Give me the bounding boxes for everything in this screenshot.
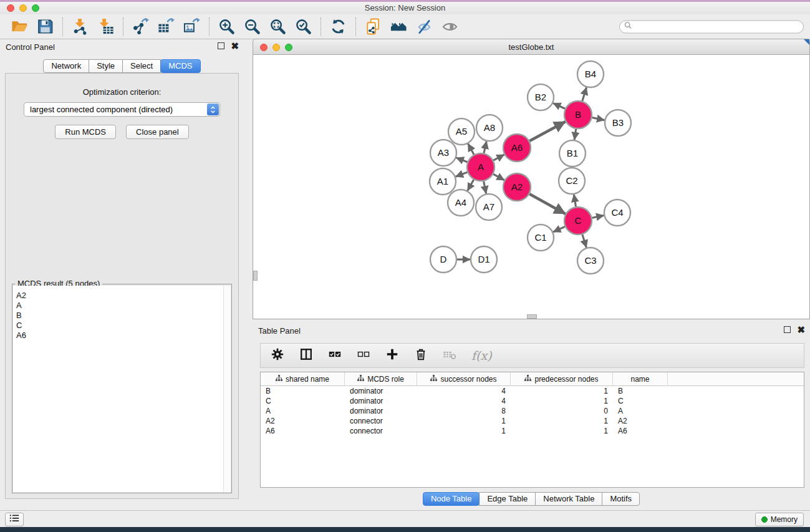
table-cell-name[interactable]: B: [613, 386, 668, 396]
table-cell-successor-nodes[interactable]: 1: [417, 426, 511, 436]
create-column-button[interactable]: [385, 347, 399, 364]
close-panel-icon[interactable]: ✖: [231, 42, 239, 49]
graph-edge-B-B1[interactable]: [574, 129, 576, 140]
duplicate-network-button[interactable]: [363, 16, 383, 37]
tab-style[interactable]: Style: [89, 59, 123, 73]
column-header-shared-name[interactable]: shared name: [261, 372, 345, 385]
table-cell-successor-nodes[interactable]: 1: [417, 416, 511, 426]
table-cell-shared-name[interactable]: C: [261, 396, 345, 406]
graph-edge-B-B2[interactable]: [553, 103, 565, 109]
search-box[interactable]: [619, 20, 804, 33]
result-list-item[interactable]: A2: [16, 291, 231, 301]
graph-edge-A6-B[interactable]: [529, 122, 566, 141]
table-cell-successor-nodes[interactable]: 4: [417, 386, 511, 396]
column-header-predecessor-nodes[interactable]: predecessor nodes: [511, 372, 613, 385]
graph-edge-C-C1[interactable]: [553, 226, 565, 232]
run-mcds-button[interactable]: Run MCDS: [55, 125, 116, 139]
result-list-item[interactable]: A: [16, 301, 231, 311]
graph-edge-B-B4[interactable]: [582, 87, 587, 101]
graph-edge-A-A6[interactable]: [493, 155, 504, 160]
float-table-panel-icon[interactable]: [784, 326, 791, 333]
table-cell-mcds-role[interactable]: connector: [345, 416, 417, 426]
select-all-columns-button[interactable]: [328, 347, 342, 364]
table-cell-mcds-role[interactable]: connector: [345, 426, 417, 436]
table-row-A2[interactable]: A2connector11A2: [261, 416, 804, 426]
export-image-button[interactable]: [181, 16, 202, 37]
table-row-A6[interactable]: A6connector11A6: [261, 426, 804, 436]
table-cell-name[interactable]: C: [613, 396, 668, 406]
table-cell-predecessor-nodes[interactable]: 1: [511, 416, 613, 426]
network-zoom-button[interactable]: [285, 44, 292, 51]
result-scrollbar[interactable]: [223, 286, 231, 492]
table-settings-button[interactable]: [271, 347, 284, 364]
zoom-selected-button[interactable]: [293, 16, 314, 37]
tab-select[interactable]: Select: [122, 59, 161, 73]
import-table-button[interactable]: [95, 16, 116, 37]
network-canvas[interactable]: B4B2BB3A5A8A6B1A3AA1C2A2A4A7C4CC1C3DD1: [253, 55, 810, 319]
save-session-button[interactable]: [35, 16, 55, 37]
table-cell-shared-name[interactable]: A: [261, 406, 345, 416]
float-panel-icon[interactable]: [218, 42, 224, 49]
zoom-in-button[interactable]: [216, 16, 237, 37]
table-cell-predecessor-nodes[interactable]: 1: [511, 396, 613, 406]
tab-node-table[interactable]: Node Table: [423, 492, 480, 506]
table-cell-predecessor-nodes[interactable]: 1: [511, 426, 613, 436]
table-row-A[interactable]: Adominator80A: [261, 406, 804, 416]
network-minimize-button[interactable]: [272, 44, 280, 51]
table-cell-successor-nodes[interactable]: 8: [417, 406, 511, 416]
canvas-left-grip[interactable]: [253, 271, 258, 281]
export-network-button[interactable]: [130, 16, 151, 37]
graph-edge-A-A7[interactable]: [484, 181, 486, 194]
canvas-bottom-grip[interactable]: [527, 314, 537, 319]
import-network-button[interactable]: [70, 16, 90, 37]
memory-button[interactable]: Memory: [755, 513, 804, 526]
column-header-name[interactable]: name: [613, 372, 668, 385]
table-cell-shared-name[interactable]: A2: [261, 416, 345, 426]
minimize-button[interactable]: [19, 4, 27, 12]
graph-edge-C-C3[interactable]: [582, 235, 587, 248]
graph-edge-C-C2[interactable]: [574, 195, 576, 207]
table-cell-predecessor-nodes[interactable]: 0: [511, 406, 613, 416]
close-button[interactable]: [7, 4, 14, 12]
table-cell-mcds-role[interactable]: dominator: [345, 386, 417, 396]
graph-edge-A2-C[interactable]: [529, 194, 566, 214]
show-panels-button[interactable]: [5, 513, 24, 526]
column-header-successor-nodes[interactable]: successor nodes: [417, 372, 511, 385]
graph-edge-A-A8[interactable]: [484, 141, 486, 153]
graph-edge-A-A3[interactable]: [456, 158, 468, 162]
result-list-item[interactable]: A6: [16, 331, 231, 341]
refresh-layout-button[interactable]: [328, 16, 349, 37]
graph-edge-A-A2[interactable]: [493, 174, 504, 180]
table-cell-predecessor-nodes[interactable]: 1: [511, 386, 613, 396]
graph-edge-C-C4[interactable]: [592, 215, 604, 218]
zoom-fit-button[interactable]: [268, 16, 288, 37]
close-panel-button[interactable]: Close panel: [126, 125, 189, 139]
table-cell-name[interactable]: A6: [613, 426, 668, 436]
table-cell-name[interactable]: A: [613, 406, 668, 416]
table-cell-shared-name[interactable]: A6: [261, 426, 345, 436]
tab-edge-table[interactable]: Edge Table: [479, 492, 536, 506]
result-list-item[interactable]: C: [16, 321, 231, 331]
tab-mcds[interactable]: MCDS: [160, 59, 200, 73]
tab-motifs[interactable]: Motifs: [602, 492, 640, 506]
show-graphics-details-button[interactable]: [440, 16, 460, 37]
close-table-panel-icon[interactable]: ✖: [797, 326, 805, 333]
result-list-item[interactable]: B: [16, 311, 231, 321]
table-cell-mcds-role[interactable]: dominator: [345, 396, 417, 406]
zoom-button[interactable]: [32, 4, 39, 12]
graph-edge-A-A5[interactable]: [468, 143, 475, 154]
search-input[interactable]: [635, 22, 799, 32]
hide-graphics-details-button[interactable]: [414, 16, 435, 37]
tab-network-table[interactable]: Network Table: [535, 492, 602, 506]
graph-edge-A-A4[interactable]: [468, 180, 474, 191]
home-view-button[interactable]: [388, 16, 409, 37]
export-table-button[interactable]: [156, 16, 176, 37]
graph-edge-A-A1[interactable]: [456, 172, 468, 177]
open-session-button[interactable]: [9, 16, 30, 37]
table-cell-shared-name[interactable]: B: [261, 386, 345, 396]
zoom-out-button[interactable]: [242, 16, 263, 37]
graph-edge-B-B3[interactable]: [592, 118, 605, 120]
unselect-all-columns-button[interactable]: [357, 347, 370, 364]
table-cell-successor-nodes[interactable]: 4: [417, 396, 511, 406]
optimization-select[interactable]: largest connected component (directed): [24, 102, 220, 117]
